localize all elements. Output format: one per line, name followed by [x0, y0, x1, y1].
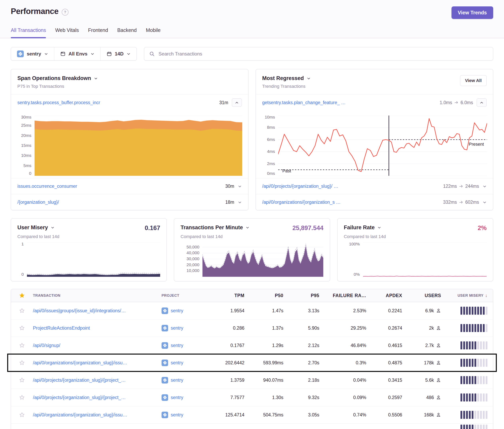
project-link[interactable]: sentry — [171, 360, 183, 366]
user-icon — [436, 360, 441, 365]
most-regressed-subtitle: Trending Transactions — [262, 84, 311, 89]
star-icon[interactable] — [19, 395, 25, 400]
col-project[interactable]: PROJECT — [162, 294, 209, 298]
collapse-button[interactable] — [477, 98, 487, 107]
chevron-down-icon — [378, 226, 381, 229]
star-icon[interactable] — [19, 360, 25, 366]
transaction-link[interactable]: /api/0/signup/ — [33, 343, 157, 348]
transaction-link[interactable]: /api/0/organizations/{organization_slug}… — [33, 412, 157, 418]
star-icon[interactable] — [19, 412, 25, 418]
col-tpm[interactable]: TPM — [209, 293, 246, 298]
star-icon[interactable] — [19, 325, 25, 331]
transaction-link[interactable]: /api/0/issues|groups/{issue_id}/integrat… — [33, 308, 157, 314]
python-project-icon — [162, 342, 168, 349]
tab-all-transactions[interactable]: All Transactions — [11, 27, 46, 38]
transaction-link[interactable]: /api/0/organizations/{organization_slug}… — [33, 360, 157, 366]
project-link[interactable]: sentry — [171, 325, 183, 331]
search-input[interactable] — [158, 51, 488, 57]
most-regressed-title-dropdown[interactable]: Most Regressed — [262, 75, 311, 81]
span-op-link[interactable]: issues.occurrence_consumer — [17, 184, 77, 189]
failure-rate-value: 0.09% — [321, 395, 368, 400]
view-trends-button[interactable]: View Trends — [451, 6, 493, 19]
span-op-link[interactable]: /{organization_slug}/ — [17, 200, 59, 205]
python-project-icon — [162, 377, 168, 384]
card-title-dropdown[interactable]: User Misery — [17, 225, 54, 231]
star-icon[interactable] — [19, 343, 25, 348]
col-apdex[interactable]: APDEX — [368, 293, 404, 298]
regression-from-value: 1.0ms — [440, 100, 452, 105]
regression-to-value: 6.0ms — [460, 100, 473, 105]
table-row[interactable]: /api/0/organizations/{organization_slug}… — [11, 354, 493, 372]
project-filter-label: sentry — [27, 51, 41, 57]
star-icon[interactable] — [19, 377, 25, 383]
metric-card-user-misery: User Misery 0.167 Compared to last 14d 1… — [11, 218, 167, 281]
metric-card-transactions-per-minute: Transactions Per Minute 25,897.544 Compa… — [174, 218, 330, 281]
card-subtitle: Compared to last 14d — [344, 234, 487, 239]
project-link[interactable]: sentry — [171, 395, 183, 400]
tab-mobile[interactable]: Mobile — [146, 27, 161, 38]
col-transaction[interactable]: TRANSACTION — [33, 294, 162, 298]
help-icon[interactable]: ? — [62, 9, 69, 16]
col-user-misery[interactable]: USER MISERY ↓ — [443, 293, 493, 298]
environments-icon — [60, 51, 65, 56]
card-title-dropdown[interactable]: Failure Rate — [344, 225, 381, 231]
expand-row-button[interactable] — [483, 184, 487, 188]
tab-frontend[interactable]: Frontend — [88, 27, 108, 38]
table-row[interactable]: /api/0/signup/ sentry 0.1767 1.29s 2.12s… — [11, 337, 493, 354]
span-operations-panel: Span Operations Breakdown P75 in Top Tra… — [11, 69, 248, 210]
expand-row-button[interactable] — [238, 200, 242, 204]
search-transactions-box[interactable] — [144, 47, 493, 61]
most-regressed-panel: Most Regressed Trending Transactions Vie… — [256, 69, 493, 210]
table-row[interactable] — [11, 424, 493, 429]
tab-backend[interactable]: Backend — [117, 27, 137, 38]
star-icon[interactable] — [19, 308, 25, 314]
project-link[interactable]: sentry — [171, 412, 183, 418]
performance-page: Performance ? View Trends All Transactio… — [0, 0, 504, 429]
transaction-link[interactable]: /api/0/projects/{organization_slug}/{pro… — [33, 395, 157, 400]
p50-value: 940.07ms — [246, 377, 285, 383]
table-row[interactable]: /api/0/projects/{organization_slug}/{pro… — [11, 372, 493, 389]
expand-row-button[interactable] — [238, 184, 242, 188]
col-p50[interactable]: P50 — [246, 293, 285, 298]
regressed-transaction-link[interactable]: /api/0/organizations/{organization_s … — [262, 200, 341, 205]
page-body: sentry All Envs 14D — [0, 47, 504, 429]
users-value: 2.7k — [425, 343, 434, 348]
view-all-button[interactable]: View All — [460, 75, 487, 86]
project-filter[interactable]: sentry — [11, 47, 54, 61]
chevron-down-icon — [94, 76, 98, 80]
regressed-expanded-row: getsentry.tasks.plan_change_feature_ … 1… — [256, 94, 493, 111]
environment-filter[interactable]: All Envs — [54, 47, 100, 61]
expand-row-button[interactable] — [483, 200, 487, 204]
failure-rate-value: 0.3% — [321, 360, 368, 366]
transaction-link[interactable]: ProjectRuleActionsEndpoint — [33, 325, 157, 331]
span-ops-title-dropdown[interactable]: Span Operations Breakdown — [17, 75, 98, 81]
table-row[interactable]: /api/0/issues|groups/{issue_id}/integrat… — [11, 302, 493, 319]
p50-value: 1.29s — [246, 343, 285, 348]
star-header-icon[interactable] — [19, 292, 25, 298]
user-misery-bars — [443, 341, 493, 349]
table-row[interactable]: /api/0/projects/{organization_slug}/{pro… — [11, 389, 493, 406]
transaction-link[interactable]: /api/0/projects/{organization_slug}/{pro… — [33, 377, 157, 383]
regressed-row: /api/0/projects/{organization_slug}/ … 1… — [256, 178, 493, 194]
col-p95[interactable]: P95 — [285, 293, 321, 298]
project-link[interactable]: sentry — [171, 308, 183, 314]
project-link[interactable]: sentry — [171, 377, 183, 383]
users-value: 2k — [429, 325, 434, 331]
tab-web-vitals[interactable]: Web Vitals — [55, 27, 79, 38]
sort-desc-icon: ↓ — [485, 293, 487, 298]
regressed-transaction-link[interactable]: getsentry.tasks.plan_change_feature_ … — [262, 100, 346, 105]
table-row[interactable]: /api/0/organizations/{organization_slug}… — [11, 406, 493, 424]
p95-value: 9.32s — [285, 395, 321, 400]
project-link[interactable]: sentry — [171, 343, 183, 348]
collapse-button[interactable] — [232, 98, 242, 107]
tab-bar: All TransactionsWeb VitalsFrontendBacken… — [11, 27, 493, 38]
regressed-transaction-link[interactable]: /api/0/projects/{organization_slug}/ … — [262, 184, 338, 189]
card-title-dropdown[interactable]: Transactions Per Minute — [180, 225, 249, 231]
table-row[interactable]: ProjectRuleActionsEndpoint sentry 0.286 … — [11, 319, 493, 337]
p50-value: 593.99ms — [246, 360, 285, 366]
col-users[interactable]: USERS — [404, 293, 443, 298]
span-op-link[interactable]: sentry.tasks.process_buffer.process_incr — [17, 100, 100, 105]
col-failure-rate[interactable]: FAILURE RA… — [321, 293, 368, 298]
date-range-filter[interactable]: 14D — [100, 47, 137, 61]
python-project-icon — [162, 412, 168, 418]
